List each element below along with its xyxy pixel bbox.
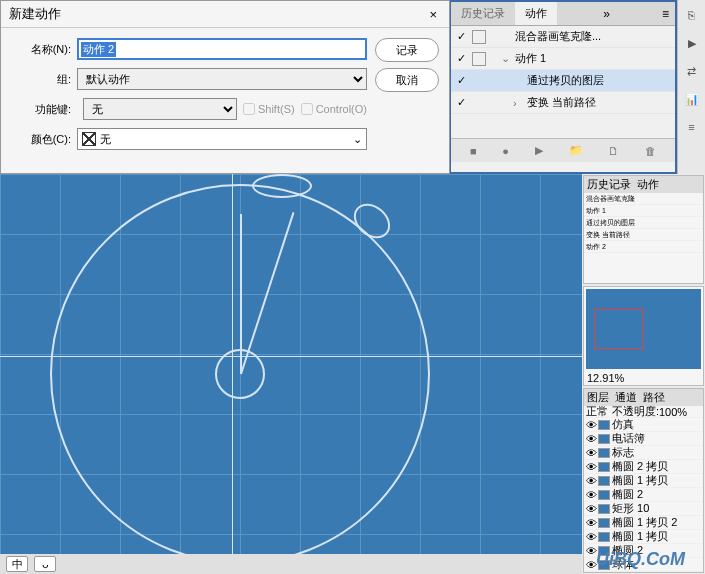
layer-row[interactable]: 👁仿真 [584, 418, 703, 432]
navigator-panel: 12.91% [583, 286, 704, 386]
footer-icon-1[interactable]: ● [502, 145, 509, 157]
sidebar-icon-3[interactable]: 📊 [683, 90, 701, 108]
no-color-icon [82, 132, 96, 146]
panel-tabs: 历史记录 动作 » ≡ [451, 2, 675, 26]
action-row[interactable]: ✓混合器画笔克隆... [451, 26, 675, 48]
history-row[interactable]: 变换 当前路径 [584, 229, 703, 241]
name-label: 名称(N): [11, 42, 71, 57]
layer-row[interactable]: 👁电话簿 [584, 432, 703, 446]
history-row[interactable]: 通过拷贝的图层 [584, 217, 703, 229]
footer-icon-5[interactable]: 🗑 [645, 145, 656, 157]
layer-row[interactable]: 👁椭圆 1 拷贝 [584, 474, 703, 488]
sidebar-icon-1[interactable]: ▶ [683, 34, 701, 52]
mini-history-tabs: 历史记录 动作 [584, 176, 703, 193]
group-label: 组: [11, 72, 71, 87]
fn-row: 功能键: 无 Shift(S) Control(O) [11, 98, 367, 120]
layer-row[interactable]: 👁矩形 10 [584, 502, 703, 516]
clock-knob-side [347, 197, 397, 246]
color-row: 颜色(C): 无 ⌄ [11, 128, 367, 150]
fn-select[interactable]: 无 [83, 98, 237, 120]
layers-opacity-row: 正常 不透明度:100% [584, 406, 703, 418]
group-select[interactable]: 默认动作 [77, 68, 367, 90]
action-row[interactable]: ✓›变换 当前路径 [451, 92, 675, 114]
tab-history[interactable]: 历史记录 [451, 2, 515, 25]
navigator-preview[interactable] [586, 289, 701, 369]
layer-row[interactable]: 👁椭圆 2 拷贝 [584, 460, 703, 474]
sidebar-icon-2[interactable]: ⇄ [683, 62, 701, 80]
action-list: ✓混合器画笔克隆...✓⌄动作 1✓通过拷贝的图层✓›变换 当前路径 [451, 26, 675, 138]
record-button[interactable]: 记录 [375, 38, 439, 62]
ime-punct-button[interactable]: ᴗ [34, 556, 56, 572]
cancel-button[interactable]: 取消 [375, 68, 439, 92]
dialog-title-text: 新建动作 [9, 5, 61, 23]
navigator-viewport-box[interactable] [594, 309, 644, 349]
sidebar-icon-4[interactable]: ≡ [683, 118, 701, 136]
name-row: 名称(N): 动作 2 [11, 38, 367, 60]
ime-lang-button[interactable]: 中 [6, 556, 28, 572]
panel-hamburger-icon[interactable]: ≡ [656, 5, 675, 23]
new-action-dialog: 新建动作 × 名称(N): 动作 2 组: 默认动作 功能键: 无 Shift(… [0, 0, 450, 174]
name-value: 动作 2 [81, 42, 116, 57]
color-select[interactable]: 无 ⌄ [77, 128, 367, 150]
action-row[interactable]: ✓⌄动作 1 [451, 48, 675, 70]
shift-checkbox[interactable]: Shift(S) [243, 103, 295, 115]
form-column: 名称(N): 动作 2 组: 默认动作 功能键: 无 Shift(S) Cont… [11, 38, 367, 158]
button-column: 记录 取消 [375, 38, 439, 158]
name-input[interactable]: 动作 2 [77, 38, 367, 60]
clock-shape [50, 184, 430, 564]
layer-row[interactable]: 👁椭圆 2 [584, 488, 703, 502]
navigator-zoom: 12.91% [584, 371, 703, 385]
mini-history-list: 混合器画笔克隆动作 1通过拷贝的图层变换 当前路径动作 2 [584, 193, 703, 283]
dialog-body: 名称(N): 动作 2 组: 默认动作 功能键: 无 Shift(S) Cont… [1, 28, 449, 168]
panel-menu-icon[interactable]: » [597, 5, 616, 23]
bottom-bar: 中 ᴗ [0, 554, 582, 574]
actions-panel: 历史记录 动作 » ≡ ✓混合器画笔克隆...✓⌄动作 1✓通过拷贝的图层✓›变… [449, 0, 677, 174]
control-checkbox[interactable]: Control(O) [301, 103, 367, 115]
clock-knob-top [252, 174, 312, 198]
panel-footer: ■●▶📁🗋🗑 [451, 138, 675, 162]
color-label: 颜色(C): [11, 132, 71, 147]
clock-center [215, 349, 265, 399]
watermark: UiBQ.CoM [596, 549, 685, 570]
footer-icon-0[interactable]: ■ [470, 145, 477, 157]
history-row[interactable]: 混合器画笔克隆 [584, 193, 703, 205]
tab-actions[interactable]: 动作 [515, 2, 557, 25]
footer-icon-2[interactable]: ▶ [535, 144, 543, 157]
layer-row[interactable]: 👁椭圆 1 拷贝 [584, 530, 703, 544]
panel-sidebar: ⎘▶⇄📊≡ [677, 0, 705, 174]
footer-icon-3[interactable]: 📁 [569, 144, 583, 157]
layer-row[interactable]: 👁标志 [584, 446, 703, 460]
footer-icon-4[interactable]: 🗋 [608, 145, 619, 157]
mini-history-panel: 历史记录 动作 混合器画笔克隆动作 1通过拷贝的图层变换 当前路径动作 2 [583, 175, 704, 284]
right-panels: 历史记录 动作 混合器画笔克隆动作 1通过拷贝的图层变换 当前路径动作 2 12… [582, 174, 705, 574]
actions-panel-area: 历史记录 动作 » ≡ ✓混合器画笔克隆...✓⌄动作 1✓通过拷贝的图层✓›变… [449, 0, 705, 174]
sidebar-icon-0[interactable]: ⎘ [683, 6, 701, 24]
layer-row[interactable]: 👁椭圆 1 拷贝 2 [584, 572, 703, 573]
dialog-titlebar: 新建动作 × [1, 1, 449, 28]
close-icon[interactable]: × [425, 7, 441, 22]
layers-panel: 图层 通道 路径 正常 不透明度:100% 👁仿真👁电话簿👁标志👁椭圆 2 拷贝… [583, 388, 704, 573]
action-row[interactable]: ✓通过拷贝的图层 [451, 70, 675, 92]
layer-row[interactable]: 👁椭圆 1 拷贝 2 [584, 516, 703, 530]
fn-label: 功能键: [11, 102, 71, 117]
history-row[interactable]: 动作 1 [584, 205, 703, 217]
history-row[interactable]: 动作 2 [584, 241, 703, 253]
canvas[interactable] [0, 174, 582, 574]
group-row: 组: 默认动作 [11, 68, 367, 90]
